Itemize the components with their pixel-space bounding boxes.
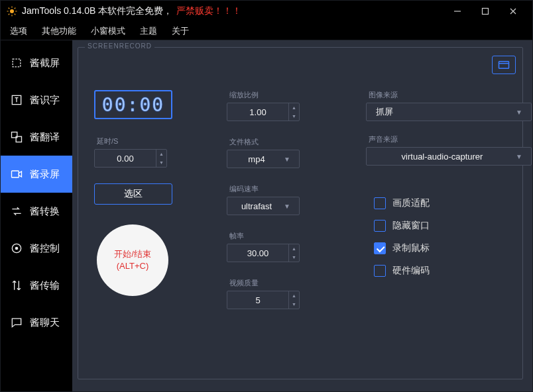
main-panel: SCREENRECORD 00:00 延时/S 0.00 ▲▼ [72,40,532,391]
check-label: 硬件编码 [392,265,430,277]
quality-label: 视频质量 [227,278,326,288]
timer-display: 00:00 [94,90,172,119]
check-quality-adapt[interactable]: 画质适配 [374,197,532,209]
record-button[interactable]: 开始/结束 (ALT+C) [97,224,168,296]
audio-source-value: virtual-audio-capturer [372,152,512,162]
scale-spinbox[interactable]: 1.00 ▲▼ [227,103,300,121]
sidebar-item-label: 酱传输 [30,279,60,292]
chevron-down-icon: ▼ [280,156,294,163]
popout-button[interactable] [492,56,516,74]
control-icon [10,242,23,255]
menu-miniwin[interactable]: 小窗模式 [84,23,132,40]
crop-icon [10,56,23,70]
svg-point-0 [10,9,14,13]
checkbox-icon [374,242,386,254]
sidebar-item-convert[interactable]: 酱转换 [1,193,72,230]
chevron-down-icon: ▼ [280,203,294,210]
maximize-button[interactable] [471,1,499,22]
svg-point-8 [15,247,17,249]
sidebar-item-screenshot[interactable]: 酱截屏 [1,44,72,81]
sidebar-item-record[interactable]: 酱录屏 [1,156,72,193]
record-icon [10,168,23,181]
select-region-button[interactable]: 选区 [94,183,172,205]
text-icon [10,93,23,107]
close-button[interactable] [499,1,527,22]
delay-spinbox[interactable]: 0.00 ▲▼ [94,149,167,168]
transfer-icon [10,279,23,292]
sidebar-item-label: 酱控制 [30,242,60,255]
check-label: 录制鼠标 [392,242,430,254]
scale-label: 缩放比例 [227,90,326,100]
preset-label: 编码速率 [227,184,326,194]
record-label-2: (ALT+C) [117,260,149,272]
sidebar-item-chat[interactable]: 酱聊天 [1,304,72,341]
sidebar-item-label: 酱截屏 [30,57,60,70]
sidebar-item-label: 酱录屏 [30,168,60,181]
sidebar-item-label: 酱聊天 [30,317,60,329]
audio-source-label: 声音来源 [366,134,532,144]
check-hw-encode[interactable]: 硬件编码 [374,265,532,277]
check-label: 隐藏窗口 [392,220,430,232]
sidebar-item-label: 酱翻译 [30,131,60,144]
video-source-combo[interactable]: 抓屏 ▼ [366,103,532,121]
check-hide-window[interactable]: 隐藏窗口 [374,220,532,232]
format-combo[interactable]: mp4 ▼ [227,150,300,168]
scale-value: 1.00 [227,107,288,117]
convert-icon [10,205,23,218]
app-title: JamTools 0.14.0B 本软件完全免费， [22,5,172,17]
menu-theme[interactable]: 主题 [133,23,164,40]
format-label: 文件格式 [227,137,326,147]
fps-value: 30.00 [227,248,288,258]
sidebar-item-control[interactable]: 酱控制 [1,230,72,267]
screenrecord-group: SCREENRECORD 00:00 延时/S 0.00 ▲▼ [78,47,523,379]
fps-label: 帧率 [227,231,326,241]
chat-icon [10,316,23,329]
quality-value: 5 [227,295,288,305]
fps-spinbox[interactable]: 30.00 ▲▼ [227,244,300,262]
svg-rect-9 [499,62,509,69]
sidebar: 酱截屏 酱识字 酱翻译 酱录屏 酱转换 酱控制 酱传输 酱聊天 [1,40,72,391]
video-source-value: 抓屏 [372,106,512,118]
menu-about[interactable]: 关于 [165,23,196,40]
quality-spinbox[interactable]: 5 ▲▼ [227,291,300,309]
delay-value: 0.00 [95,154,156,164]
panel-title: SCREENRECORD [85,42,154,50]
checkbox-icon [374,197,386,209]
sidebar-item-label: 酱识字 [30,94,60,107]
record-label-1: 开始/结束 [114,248,151,260]
svg-rect-2 [13,59,21,67]
preset-combo[interactable]: ultrafast ▼ [227,197,300,215]
chevron-down-icon: ▼ [512,153,526,160]
menu-extras[interactable]: 其他功能 [35,23,83,40]
preset-value: ultrafast [233,201,280,211]
audio-source-combo[interactable]: virtual-audio-capturer ▼ [366,147,532,166]
format-value: mp4 [233,154,280,164]
delay-label: 延时/S [94,136,187,146]
video-source-label: 图像来源 [366,90,532,100]
minimize-button[interactable] [444,1,471,22]
svg-rect-6 [12,171,19,177]
check-label: 画质适配 [392,197,430,209]
timer-value: 00:00 [102,94,164,116]
sidebar-item-ocr[interactable]: 酱识字 [1,81,72,119]
menubar: 选项 其他功能 小窗模式 主题 关于 [1,22,532,40]
menu-options[interactable]: 选项 [3,23,34,40]
sidebar-item-translate[interactable]: 酱翻译 [1,119,72,156]
chevron-down-icon: ▼ [512,109,526,116]
app-logo-icon [6,5,18,17]
select-region-label: 选区 [124,188,143,200]
svg-rect-1 [483,9,489,15]
check-record-mouse[interactable]: 录制鼠标 [374,242,532,254]
sidebar-item-transfer[interactable]: 酱传输 [1,267,72,304]
translate-icon [10,130,23,144]
titlebar: JamTools 0.14.0B 本软件完全免费， 严禁贩卖！！！ [1,1,532,22]
sidebar-item-label: 酱转换 [30,205,60,218]
checkbox-icon [374,220,386,232]
checkbox-icon [374,265,386,277]
app-warning: 严禁贩卖！！！ [176,5,241,17]
